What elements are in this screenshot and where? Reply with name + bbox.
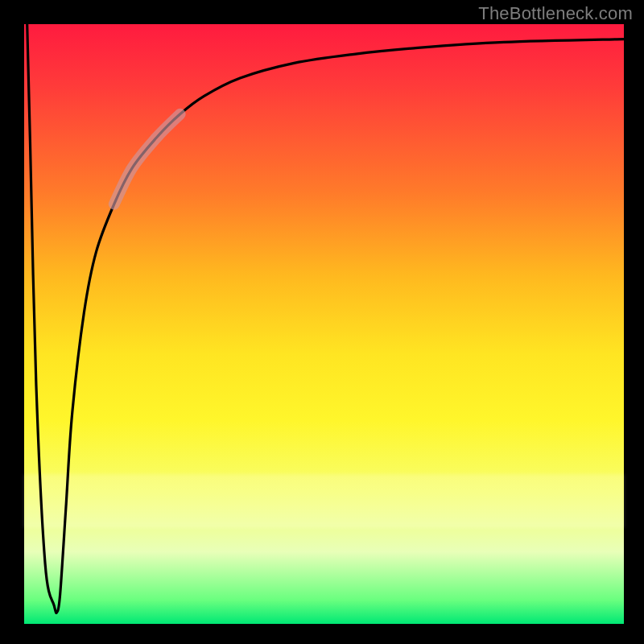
chart-frame: TheBottleneck.com bbox=[0, 0, 644, 644]
curve-layer bbox=[24, 24, 624, 624]
plot-area bbox=[24, 24, 624, 624]
attribution-label: TheBottleneck.com bbox=[478, 3, 633, 24]
bottleneck-curve bbox=[27, 24, 624, 613]
curve-highlight-icon bbox=[114, 114, 180, 204]
